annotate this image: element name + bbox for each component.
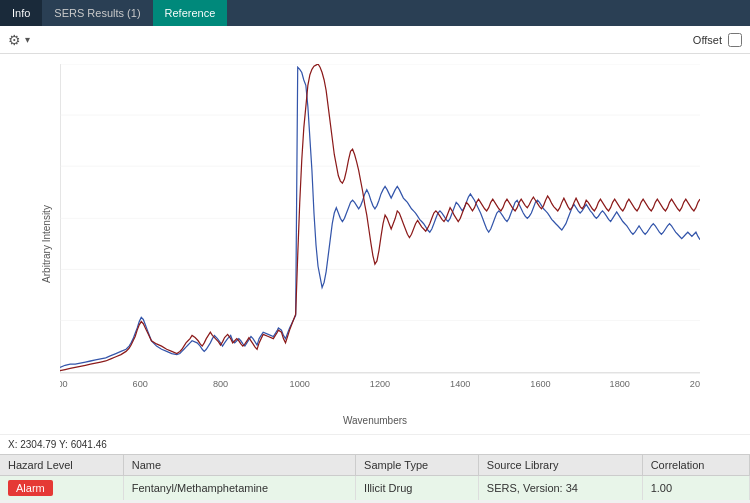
svg-text:1000: 1000 (290, 378, 310, 388)
svg-text:800: 800 (213, 378, 228, 388)
offset-label: Offset (693, 34, 722, 46)
y-axis-label: Arbitrary Intensity (41, 205, 52, 283)
alarm-badge: Alarm (8, 480, 53, 496)
red-spectrum (60, 64, 700, 371)
tab-reference[interactable]: Reference (153, 0, 228, 26)
chart-area: 0 5000 10000 15000 20000 25000 30000 400… (60, 64, 700, 394)
offset-checkbox[interactable] (728, 33, 742, 47)
source-library-cell: SERS, Version: 34 (478, 476, 642, 501)
svg-text:400: 400 (60, 378, 68, 388)
col-correlation: Correlation (642, 455, 749, 476)
sample-type-cell: Illicit Drug (356, 476, 479, 501)
svg-text:600: 600 (133, 378, 148, 388)
chevron-down-icon[interactable]: ▾ (25, 34, 30, 45)
col-source-library: Source Library (478, 455, 642, 476)
name-cell: Fentanyl/Methamphetamine (123, 476, 355, 501)
svg-text:1800: 1800 (610, 378, 630, 388)
toolbar-left: ⚙ ▾ (8, 32, 30, 48)
svg-text:1600: 1600 (530, 378, 550, 388)
tab-info[interactable]: Info (0, 0, 42, 26)
col-name: Name (123, 455, 355, 476)
x-axis-label: Wavenumbers (343, 415, 407, 426)
hazard-level-cell: Alarm (0, 476, 123, 501)
spectrum-chart: 0 5000 10000 15000 20000 25000 30000 400… (60, 64, 700, 394)
svg-text:1200: 1200 (370, 378, 390, 388)
toolbar: ⚙ ▾ Offset (0, 26, 750, 54)
col-hazard-level: Hazard Level (0, 455, 123, 476)
table-row[interactable]: AlarmFentanyl/MethamphetamineIllicit Dru… (0, 476, 750, 501)
results-table: Hazard Level Name Sample Type Source Lib… (0, 455, 750, 500)
tab-sers-results[interactable]: SERS Results (1) (42, 0, 152, 26)
table-header-row: Hazard Level Name Sample Type Source Lib… (0, 455, 750, 476)
svg-text:1400: 1400 (450, 378, 470, 388)
toolbar-right: Offset (693, 33, 742, 47)
col-sample-type: Sample Type (356, 455, 479, 476)
gear-icon[interactable]: ⚙ (8, 32, 21, 48)
blue-spectrum (60, 67, 700, 367)
tab-bar: Info SERS Results (1) Reference (0, 0, 750, 26)
chart-container: Arbitrary Intensity Wavenumbers 0 5000 1… (0, 54, 750, 434)
correlation-cell: 1.00 (642, 476, 749, 501)
results-table-container: Hazard Level Name Sample Type Source Lib… (0, 454, 750, 500)
svg-text:2000: 2000 (690, 378, 700, 388)
coordinate-display: X: 2304.79 Y: 6041.46 (0, 434, 750, 454)
